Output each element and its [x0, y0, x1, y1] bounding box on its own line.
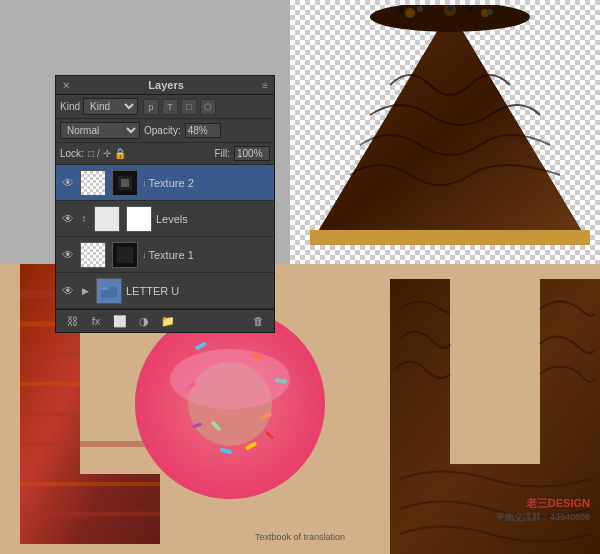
svg-rect-38	[117, 247, 133, 263]
svg-point-11	[487, 9, 493, 15]
panel-footer: ⛓ fx ⬜ ◑ 📁 🗑	[56, 309, 274, 332]
layer-visibility-levels[interactable]: 👁	[60, 212, 76, 226]
svg-rect-2	[310, 230, 590, 245]
svg-rect-37	[121, 179, 129, 187]
link-layers-btn[interactable]: ⛓	[62, 313, 82, 329]
brand-social: 平面交流群：43940608	[496, 511, 590, 524]
opacity-label: Opacity:	[144, 125, 181, 136]
layer-texture2[interactable]: 👁 ↓ Texture 2	[56, 165, 274, 201]
filter-label: Kind	[60, 101, 80, 112]
layer-visibility-letter-u[interactable]: 👁	[60, 284, 76, 298]
svg-point-10	[467, 7, 473, 13]
delete-btn[interactable]: 🗑	[248, 313, 268, 329]
filter-text-btn[interactable]: T	[162, 99, 178, 115]
svg-point-9	[447, 5, 453, 11]
blend-mode-row: Normal Opacity: 48%	[56, 119, 274, 143]
panel-header: ✕ Layers ≡	[56, 76, 274, 95]
new-group-btn[interactable]: 📁	[158, 313, 178, 329]
layer-thumb-texture2	[80, 170, 106, 196]
layer-mask-texture2	[112, 170, 138, 196]
add-mask-btn[interactable]: ⬜	[110, 313, 130, 329]
svg-rect-40	[101, 287, 108, 290]
lock-image-btn[interactable]: /	[97, 148, 100, 159]
layer-levels[interactable]: 👁 ↕ Levels	[56, 201, 274, 237]
layer-link-levels[interactable]: ↕	[78, 213, 90, 224]
panel-menu-btn[interactable]: ≡	[262, 80, 268, 91]
layer-thumb-levels	[94, 206, 120, 232]
layer-name-texture2: Texture 2	[149, 177, 271, 189]
brand-text: 老三DESIGN 平面交流群：43940608	[496, 496, 590, 524]
bottom-watermark: Textbook of translation	[0, 532, 600, 542]
svg-marker-1	[310, 10, 590, 245]
adjustment-btn[interactable]: ◑	[134, 313, 154, 329]
layers-panel: ✕ Layers ≡ Kind Kind p T □ ⬡ Normal Opac…	[55, 75, 275, 333]
translation-text: Textbook of translation	[255, 532, 345, 542]
panel-close-btn[interactable]: ✕	[62, 80, 70, 91]
svg-point-4	[405, 8, 415, 18]
layer-folder-thumb	[96, 278, 122, 304]
svg-point-8	[417, 6, 423, 12]
layer-clip-icon-texture2: ↓	[142, 178, 147, 188]
filter-icons: p T □ ⬡	[143, 99, 216, 115]
top-right-area	[290, 0, 600, 265]
lock-transparent-btn[interactable]: □	[88, 148, 94, 159]
layer-arrow-letter-u[interactable]: ▶	[78, 286, 92, 296]
layer-letter-u[interactable]: 👁 ▶ LETTER U	[56, 273, 274, 309]
lock-position-btn[interactable]: ✛	[103, 148, 111, 159]
filter-dropdown[interactable]: Kind	[83, 98, 138, 115]
panel-title: Layers	[148, 79, 183, 91]
svg-point-7	[397, 8, 403, 14]
filter-row: Kind Kind p T □ ⬡	[56, 95, 274, 119]
fill-label: Fill:	[214, 148, 230, 159]
layer-visibility-texture2[interactable]: 👁	[60, 176, 76, 190]
fill-value[interactable]: 100%	[234, 146, 270, 161]
opacity-value[interactable]: 48%	[185, 123, 221, 138]
layer-name-texture1: Texture 1	[149, 249, 271, 261]
fx-btn[interactable]: fx	[86, 313, 106, 329]
layer-mask-texture1	[112, 242, 138, 268]
cake-svg	[310, 5, 590, 255]
brand-name: 老三DESIGN	[496, 496, 590, 511]
lock-icons: □ / ✛ 🔒	[88, 148, 126, 159]
filter-smart-btn[interactable]: ⬡	[200, 99, 216, 115]
blend-mode-dropdown[interactable]: Normal	[60, 122, 140, 139]
lock-row: Lock: □ / ✛ 🔒 Fill: 100%	[56, 143, 274, 165]
layer-texture1[interactable]: 👁 ↓ Texture 1	[56, 237, 274, 273]
layer-thumb-texture1	[80, 242, 106, 268]
svg-point-24	[170, 349, 290, 409]
lock-all-btn[interactable]: 🔒	[114, 148, 126, 159]
layer-visibility-texture1[interactable]: 👁	[60, 248, 76, 262]
layer-name-letter-u: LETTER U	[126, 285, 270, 297]
layer-mask-levels	[126, 206, 152, 232]
layer-name-levels: Levels	[156, 213, 270, 225]
filter-pixel-btn[interactable]: p	[143, 99, 159, 115]
lock-label: Lock:	[60, 148, 84, 159]
layer-clip-icon-texture1: ↓	[142, 250, 147, 260]
filter-shape-btn[interactable]: □	[181, 99, 197, 115]
